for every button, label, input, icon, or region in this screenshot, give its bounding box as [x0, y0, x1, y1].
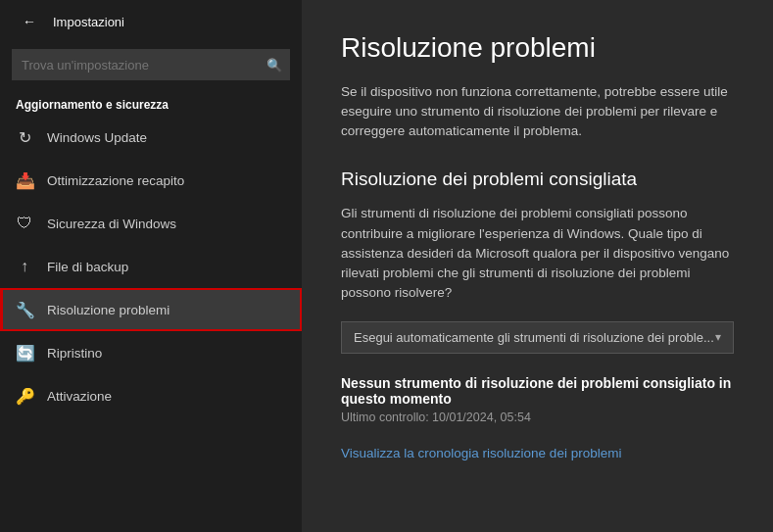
- status-section: Nessun strumento di risoluzione dei prob…: [341, 375, 734, 424]
- dropdown-select[interactable]: Esegui automaticamente gli strumenti di …: [341, 321, 734, 354]
- sicurezza-icon: 🛡: [16, 215, 33, 232]
- search-input[interactable]: [12, 49, 290, 80]
- sidebar-item-ottimizzazione[interactable]: 📥 Ottimizzazione recapito: [0, 159, 302, 202]
- status-text: Nessun strumento di risoluzione dei prob…: [341, 375, 734, 407]
- chevron-down-icon: ▾: [715, 330, 721, 344]
- backup-icon: ↑: [16, 258, 33, 275]
- app-title: Impostazioni: [53, 15, 124, 29]
- back-button[interactable]: ←: [16, 8, 43, 35]
- sidebar-item-sicurezza[interactable]: 🛡 Sicurezza di Windows: [0, 202, 302, 245]
- search-box: 🔍: [12, 49, 290, 80]
- dropdown-label: Esegui automaticamente gli strumenti di …: [354, 330, 714, 345]
- ripristino-icon: 🔄: [16, 344, 33, 363]
- main-content: Risoluzione problemi Se il dispositivo n…: [302, 0, 773, 532]
- sidebar-item-label: Ripristino: [47, 346, 102, 361]
- section1-description: Gli strumenti di risoluzione dei problem…: [341, 204, 734, 303]
- history-link[interactable]: Visualizza la cronologia risoluzione dei…: [341, 446, 621, 460]
- sidebar-item-backup[interactable]: ↑ File di backup: [0, 245, 302, 288]
- windows-update-icon: ↻: [16, 128, 33, 147]
- sidebar-item-label: Ottimizzazione recapito: [47, 173, 184, 188]
- page-title: Risoluzione problemi: [341, 31, 734, 65]
- last-check-text: Ultimo controllo: 10/01/2024, 05:54: [341, 411, 734, 424]
- ottimizzazione-icon: 📥: [16, 171, 33, 190]
- risoluzione-icon: 🔧: [16, 301, 33, 319]
- sidebar-item-label: Sicurezza di Windows: [47, 217, 176, 231]
- back-icon: ←: [23, 14, 36, 29]
- sidebar: ← Impostazioni 🔍 Aggiornamento e sicurez…: [0, 0, 302, 532]
- sidebar-item-label: File di backup: [47, 260, 128, 274]
- attivazione-icon: 🔑: [16, 387, 33, 406]
- sidebar-header: ← Impostazioni: [0, 0, 302, 43]
- page-description: Se il dispositivo non funziona correttam…: [341, 82, 734, 142]
- sidebar-item-label: Attivazione: [47, 389, 112, 404]
- sidebar-item-attivazione[interactable]: 🔑 Attivazione: [0, 374, 302, 417]
- sidebar-item-windows-update[interactable]: ↻ Windows Update: [0, 116, 302, 159]
- sidebar-item-label: Risoluzione problemi: [47, 303, 169, 317]
- sidebar-item-label: Windows Update: [47, 130, 147, 145]
- section1-title: Risoluzione dei problemi consigliata: [341, 169, 734, 190]
- section-label: Aggiornamento e sicurezza: [0, 90, 302, 116]
- sidebar-item-ripristino[interactable]: 🔄 Ripristino: [0, 331, 302, 374]
- sidebar-item-risoluzione[interactable]: 🔧 Risoluzione problemi: [0, 288, 302, 331]
